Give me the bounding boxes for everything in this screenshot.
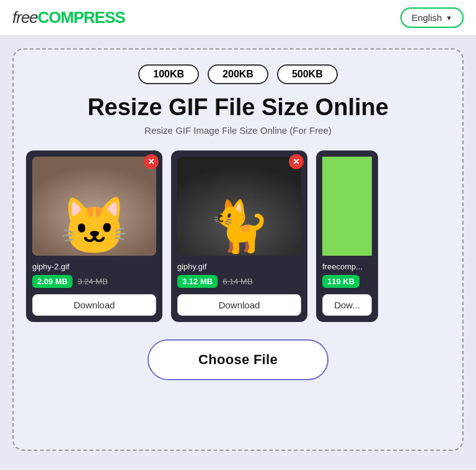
card-filename-2: giphy.gif: [177, 262, 301, 271]
chevron-down-icon: ▼: [446, 14, 452, 22]
card-image-2: [177, 157, 301, 256]
main-content: 100KB 200KB 500KB Resize GIF File Size O…: [0, 36, 476, 469]
choose-file-section: Choose File: [26, 339, 450, 380]
language-selector[interactable]: English ▼: [400, 7, 464, 28]
cards-row: ✕ giphy-2.gif 2.09 MB 3.24 MB Download ✕: [26, 150, 450, 322]
card-image-1: [32, 157, 156, 256]
page-title: Resize GIF File Size Online: [26, 94, 450, 121]
upload-container: 100KB 200KB 500KB Resize GIF File Size O…: [12, 48, 464, 451]
card-sizes-2: 3.12 MB 6.14 MB: [177, 275, 301, 288]
gif-card-3: freecomp... 119 KB Dow...: [316, 150, 378, 322]
card-close-2[interactable]: ✕: [289, 154, 304, 169]
language-label: English: [412, 12, 442, 23]
pill-200kb[interactable]: 200KB: [208, 64, 268, 84]
card-sizes-3: 119 KB: [322, 275, 372, 288]
card-filename-3: freecomp...: [322, 262, 372, 271]
gif-thumbnail-1: [32, 157, 156, 256]
logo-free: free: [12, 8, 38, 27]
card-close-1[interactable]: ✕: [144, 154, 159, 169]
page-subtitle: Resize GIF Image File Size Online (For F…: [26, 125, 450, 136]
download-button-1[interactable]: Download: [32, 294, 156, 316]
gif-card-1: ✕ giphy-2.gif 2.09 MB 3.24 MB Download: [26, 150, 162, 322]
download-button-3[interactable]: Dow...: [322, 294, 372, 316]
header: freeCOMPRESS English ▼: [0, 0, 476, 36]
size-pills-row: 100KB 200KB 500KB: [26, 64, 450, 84]
size-old-1: 3.24 MB: [77, 277, 107, 286]
gif-thumbnail-3: [322, 157, 372, 256]
gif-card-2: ✕ giphy.gif 3.12 MB 6.14 MB Download: [171, 150, 307, 322]
pill-500kb[interactable]: 500KB: [277, 64, 338, 84]
size-old-2: 6.14 MB: [223, 277, 252, 286]
gif-thumbnail-2: [177, 157, 301, 256]
card-image-3: [322, 157, 372, 256]
size-new-badge-1: 2.09 MB: [32, 275, 73, 288]
logo: freeCOMPRESS: [12, 8, 125, 27]
logo-compress: COMPRESS: [38, 8, 125, 27]
card-filename-1: giphy-2.gif: [32, 262, 156, 271]
card-sizes-1: 2.09 MB 3.24 MB: [32, 275, 156, 288]
pill-100kb[interactable]: 100KB: [138, 64, 199, 84]
download-button-2[interactable]: Download: [177, 294, 301, 316]
size-new-badge-3: 119 KB: [322, 275, 359, 288]
choose-file-button[interactable]: Choose File: [148, 339, 328, 380]
size-new-badge-2: 3.12 MB: [177, 275, 218, 288]
